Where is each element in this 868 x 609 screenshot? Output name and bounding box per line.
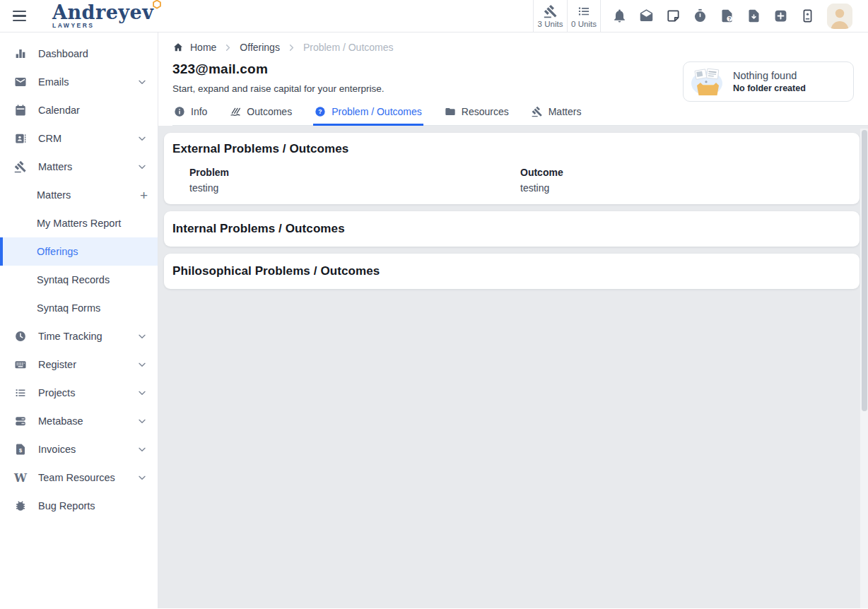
brand-logo[interactable]: Andreyev LAWYERS [52, 3, 153, 29]
sidebar-subitem-my-matters-report[interactable]: My Matters Report [0, 209, 158, 237]
note-icon [666, 8, 681, 23]
file-download-icon [746, 8, 761, 23]
chevron-down-icon [136, 444, 148, 455]
scrollbar-track[interactable] [860, 129, 868, 608]
sidebar-subitem-offerings[interactable]: Offerings [0, 237, 158, 266]
sidebar-item-label: Matters [38, 161, 125, 172]
sidebar-item-label: Calendar [38, 105, 148, 116]
folder-empty-state-card[interactable]: Nothing found No folder created [683, 61, 854, 102]
top-bar-right: 3 Units 0 Units [533, 0, 868, 32]
open-folder-documents-icon [690, 66, 724, 97]
empty-state-subtitle: No folder created [733, 83, 806, 93]
contact-card-icon [14, 132, 27, 145]
notes-button[interactable] [664, 8, 681, 25]
sidebar-item-invoices[interactable]: Invoices [0, 435, 158, 463]
tab-label: Outcomes [247, 106, 292, 117]
clock-icon [14, 330, 27, 343]
tab-resources[interactable]: Resources [443, 103, 510, 126]
chevron-right-icon [223, 42, 233, 53]
problem-cell: Problem testing [189, 167, 520, 194]
chevron-down-icon [136, 331, 148, 342]
section-title: Internal Problems / Outcomes [172, 222, 851, 236]
sidebar-item-time-tracking[interactable]: Time Tracking [0, 322, 158, 350]
bar-chart-icon [14, 47, 27, 60]
sidebar-subitem-syntaq-forms[interactable]: Syntaq Forms [0, 294, 158, 322]
sidebar-item-bug-reports[interactable]: Bug Reports [0, 492, 158, 520]
sidebar-item-label: CRM [38, 133, 125, 144]
brand-name: Andreyev [52, 3, 153, 22]
task-units-label: 0 Units [571, 20, 597, 28]
content-panel: External Problems / Outcomes Problem tes… [158, 126, 868, 608]
section-title: Philosophical Problems / Outcomes [172, 264, 851, 278]
chevron-down-icon [136, 359, 148, 370]
sidebar-item-calendar[interactable]: Calendar [0, 96, 158, 124]
sidebar-item-projects[interactable]: Projects [0, 379, 158, 407]
tab-label: Info [191, 106, 207, 117]
sidebar-item-register[interactable]: Register [0, 350, 158, 379]
sidebar-item-metabase[interactable]: Metabase [0, 407, 158, 435]
internal-problems-card: Internal Problems / Outcomes [164, 211, 860, 247]
sidebar-item-label: Dashboard [38, 48, 148, 59]
top-bar-icons [601, 0, 823, 32]
bug-icon [14, 499, 27, 512]
page-header: Home Offerings Problem / Outcomes 323@ma… [158, 32, 868, 126]
sidebar-subitem-matters[interactable]: Matters + [0, 181, 158, 209]
sidebar-item-dashboard[interactable]: Dashboard [0, 40, 158, 68]
tab-matters[interactable]: Matters [530, 103, 583, 126]
folder-icon [445, 106, 456, 117]
sidebar-item-emails[interactable]: Emails [0, 68, 158, 96]
wiki-w-icon: W [14, 471, 27, 485]
sidebar-item-label: Team Resources [38, 472, 125, 483]
tab-outcomes[interactable]: Outcomes [228, 103, 293, 126]
sidebar-item-label: Invoices [38, 444, 125, 455]
task-units-button[interactable]: 0 Units [567, 0, 600, 32]
outcome-label: Outcome [520, 167, 851, 178]
sidebar-item-label: Register [38, 359, 125, 370]
file-help-button[interactable] [718, 8, 735, 25]
menu-toggle-icon[interactable] [8, 6, 37, 25]
list-icon [14, 386, 27, 399]
inbox-button[interactable] [638, 8, 655, 25]
timer-button[interactable] [691, 8, 708, 25]
home-icon [172, 42, 184, 53]
chevron-down-icon [136, 133, 148, 144]
sidebar-item-label: Offerings [37, 246, 148, 257]
add-button[interactable] [772, 8, 789, 25]
sidebar-item-label: Time Tracking [38, 331, 125, 342]
sidebar-item-crm[interactable]: CRM [0, 124, 158, 153]
sidebar-item-matters[interactable]: Matters [0, 153, 158, 181]
info-icon [174, 106, 185, 117]
scrollbar-thumb[interactable] [862, 130, 867, 411]
sidebar-subitem-syntaq-records[interactable]: Syntaq Records [0, 266, 158, 294]
matter-units-label: 3 Units [538, 20, 563, 28]
sidebar-item-team-resources[interactable]: W Team Resources [0, 463, 158, 492]
tab-problem-outcomes[interactable]: Problem / Outcomes [313, 103, 423, 126]
hexagon-icon [152, 0, 162, 9]
file-download-button[interactable] [745, 8, 762, 25]
invoice-icon [14, 443, 27, 456]
sidebar-item-label: Bug Reports [38, 500, 148, 512]
sidebar-item-label: Metabase [38, 415, 125, 427]
notifications-button[interactable] [611, 8, 628, 25]
breadcrumb-offerings[interactable]: Offerings [240, 42, 280, 53]
section-title: External Problems / Outcomes [172, 142, 851, 156]
chevron-down-icon [136, 76, 148, 88]
main-area: Home Offerings Problem / Outcomes 323@ma… [158, 32, 868, 608]
problem-outcome-row: Problem testing Outcome testing [172, 167, 851, 194]
sidebar-item-label: Matters [37, 189, 129, 201]
signature-icon [230, 106, 241, 117]
add-matter-button[interactable]: + [140, 189, 148, 202]
tab-bar: Info Outcomes Problem / Outcomes Resourc… [172, 103, 868, 126]
file-question-icon [720, 8, 734, 23]
sidebar-item-label: My Matters Report [37, 218, 148, 229]
calendar-icon [14, 104, 27, 117]
units-group: 3 Units 0 Units [533, 0, 601, 32]
contact-card-button[interactable] [799, 8, 816, 25]
user-avatar[interactable] [827, 4, 852, 29]
matter-units-button[interactable]: 3 Units [534, 0, 567, 32]
tab-label: Problem / Outcomes [332, 106, 422, 117]
tab-label: Resources [462, 106, 509, 117]
tab-info[interactable]: Info [172, 103, 209, 126]
chevron-down-icon [136, 472, 148, 483]
breadcrumb-home[interactable]: Home [190, 42, 216, 53]
